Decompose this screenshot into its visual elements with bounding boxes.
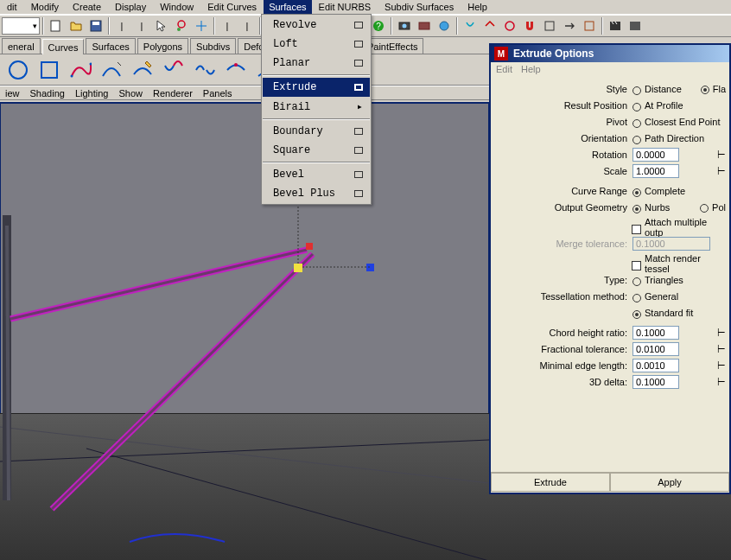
misc-icon-5[interactable] (540, 16, 559, 35)
extrude-button[interactable]: Extrude (491, 473, 610, 492)
menu-item-extrude[interactable]: Extrude (263, 78, 370, 97)
select-icon[interactable] (152, 16, 171, 35)
pivot-radio[interactable] (632, 119, 641, 128)
misc-icon-7[interactable] (580, 16, 599, 35)
menu-dit[interactable]: dit (0, 0, 24, 14)
option-box-icon[interactable] (354, 22, 363, 29)
curve-range-radio[interactable] (632, 188, 641, 197)
result-position-radio[interactable] (632, 103, 641, 111)
viewport-menu-show[interactable]: Show (113, 86, 148, 99)
viewport-menu-renderer[interactable]: Renderer (148, 86, 198, 99)
viewport-menu-iew[interactable]: iew (0, 86, 25, 99)
menu-item-birail[interactable]: Birail▸ (263, 97, 370, 117)
option-box-icon[interactable] (354, 128, 363, 135)
chord-slider[interactable]: ⊢ (714, 328, 728, 339)
tess-standard-radio[interactable] (632, 310, 641, 319)
cv-curve-icon[interactable] (66, 57, 95, 83)
tool-icon-2[interactable]: | (132, 16, 151, 35)
extrude-menu-edit[interactable]: Edit (496, 64, 512, 76)
menu-help[interactable]: Help (461, 0, 494, 14)
delta3d-slider[interactable]: ⊢ (714, 377, 728, 388)
help-icon[interactable]: ? (369, 16, 388, 35)
match-render-check[interactable] (632, 261, 641, 270)
tool-icon-1[interactable]: | (112, 16, 131, 35)
menu-item-loft[interactable]: Loft (263, 35, 370, 54)
option-box-icon[interactable] (354, 171, 363, 178)
viewport-menu-panels[interactable]: Panels (198, 86, 238, 99)
scale-slider[interactable]: ⊢ (714, 166, 728, 177)
attach-multiple-check[interactable] (632, 225, 641, 234)
option-box-icon[interactable] (354, 60, 363, 67)
option-box-icon[interactable] (354, 84, 363, 91)
tess-general-radio[interactable] (632, 294, 641, 302)
delta3d-input[interactable] (632, 375, 679, 389)
ep-curve-icon[interactable] (97, 57, 126, 83)
shelf-tab-polygons[interactable]: Polygons (137, 38, 188, 54)
clapboard-icon[interactable] (606, 16, 625, 35)
pencil-curve-icon[interactable] (128, 57, 157, 83)
frac-input[interactable] (632, 342, 679, 356)
shelf-tab-curves[interactable]: Curves (42, 39, 85, 54)
manip-icon[interactable] (192, 16, 211, 35)
menu-item-bevel-plus[interactable]: Bevel Plus (263, 184, 370, 203)
render-globals-icon[interactable] (435, 16, 454, 35)
style-flat-radio[interactable] (701, 86, 709, 94)
menu-display[interactable]: Display (108, 0, 153, 14)
extrude-titlebar[interactable]: M Extrude Options (491, 45, 729, 62)
orientation-radio[interactable] (632, 136, 641, 144)
frac-slider[interactable]: ⊢ (714, 344, 728, 355)
misc-icon-2[interactable] (480, 16, 499, 35)
menu-item-bevel[interactable]: Bevel (263, 165, 370, 184)
output-nurbs-radio[interactable] (632, 205, 641, 213)
tool-icon-4[interactable]: | (238, 16, 257, 35)
rotation-slider[interactable]: ⊢ (714, 150, 728, 161)
menu-surfaces[interactable]: Surfaces (264, 0, 311, 14)
menu-item-boundary[interactable]: Boundary (263, 122, 370, 141)
option-box-icon[interactable] (354, 147, 363, 154)
save-icon[interactable] (86, 16, 105, 35)
ipr-render-icon[interactable] (415, 16, 434, 35)
minedge-input[interactable] (632, 359, 679, 372)
circle-icon[interactable] (3, 57, 33, 83)
magnet-icon[interactable] (520, 16, 539, 35)
menu-create[interactable]: Create (66, 0, 108, 14)
menu-edit-nurbs[interactable]: Edit NURBS (312, 0, 378, 14)
extrude-menu-help[interactable]: Help (521, 64, 541, 76)
menu-modify[interactable]: Modify (24, 0, 66, 14)
scale-input[interactable] (632, 164, 679, 178)
misc-icon-1[interactable] (461, 16, 480, 35)
detach-curves-icon[interactable] (190, 57, 219, 83)
misc-icon-3[interactable] (500, 16, 519, 35)
type-triangles-radio[interactable] (632, 277, 641, 286)
output-poly-radio[interactable] (700, 204, 709, 213)
viewport-menu-lighting[interactable]: Lighting (70, 86, 114, 99)
menu-item-revolve[interactable]: Revolve (263, 16, 370, 35)
menu-subdiv-surfaces[interactable]: Subdiv Surfaces (378, 0, 461, 14)
apply-button[interactable]: Apply (610, 473, 729, 492)
new-scene-icon[interactable] (47, 16, 66, 35)
misc-icon-6[interactable] (560, 16, 579, 35)
viewport-menu-shading[interactable]: Shading (25, 86, 70, 99)
menu-item-planar[interactable]: Planar (263, 54, 370, 73)
style-distance-radio[interactable] (632, 86, 641, 95)
shelf-tab-surfaces[interactable]: Surfaces (86, 38, 135, 54)
shelf-tab-subdivs[interactable]: Subdivs (190, 38, 236, 54)
render-icon[interactable] (395, 16, 414, 35)
menu-item-square[interactable]: Square (263, 141, 370, 160)
mode-dropdown[interactable] (2, 17, 40, 35)
chord-input[interactable] (632, 326, 679, 340)
insert-knot-icon[interactable] (221, 57, 251, 83)
menu-edit-curves[interactable]: Edit Curves (200, 0, 264, 14)
tool-icon-3[interactable]: | (218, 16, 237, 35)
lasso-icon[interactable] (172, 16, 191, 35)
rotation-input[interactable] (632, 148, 679, 162)
menu-window[interactable]: Window (153, 0, 200, 14)
minedge-slider[interactable]: ⊢ (714, 360, 728, 372)
option-box-icon[interactable] (354, 41, 363, 48)
attach-curves-icon[interactable] (159, 57, 188, 83)
shelf-tab-eneral[interactable]: eneral (2, 38, 41, 54)
square-icon[interactable] (35, 57, 64, 83)
open-icon[interactable] (67, 16, 86, 35)
clapboard-icon-2[interactable] (626, 16, 645, 35)
option-box-icon[interactable] (354, 190, 363, 197)
